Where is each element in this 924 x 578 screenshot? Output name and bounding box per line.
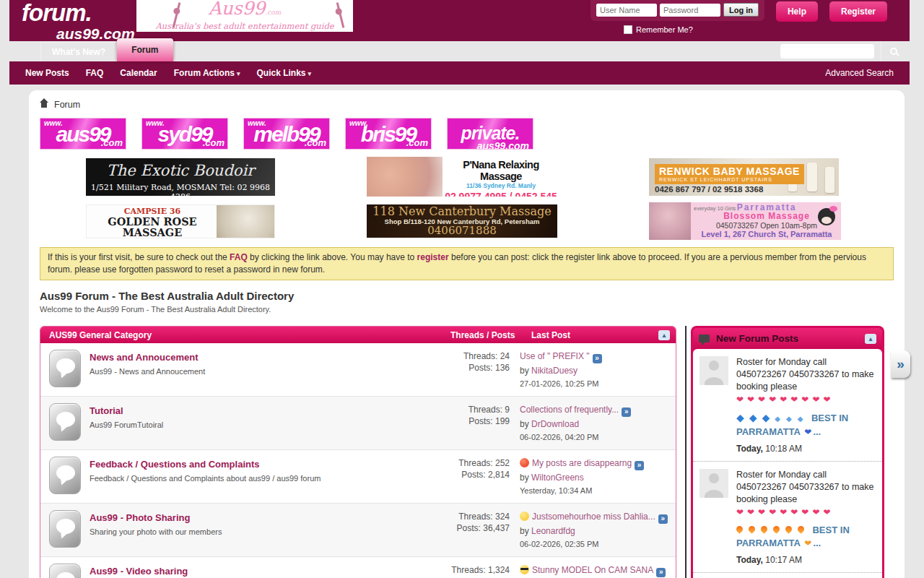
sidebar-post-item[interactable]: Roster for Monday call 0450723267 045073… <box>693 573 882 578</box>
ad-exotic-boudoir[interactable]: The Exotic Boudoir 1/521 Military Road, … <box>86 158 275 196</box>
avatar <box>699 356 728 385</box>
collapse-category-button[interactable]: ▴ <box>658 330 670 340</box>
advanced-search-link[interactable]: Advanced Search <box>825 68 894 78</box>
menu-faq[interactable]: FAQ <box>86 68 104 78</box>
search-button[interactable] <box>881 41 905 61</box>
last-post-date: 27-01-2026, 10:25 PM <box>520 378 670 389</box>
banner-bris99[interactable]: www. bris99 .com <box>345 118 432 150</box>
home-icon[interactable] <box>40 103 48 110</box>
banner-aus99[interactable]: www. aus99 .com <box>40 118 126 150</box>
register-link[interactable]: register <box>417 252 449 262</box>
last-post-user-link[interactable]: NikitaDuesy <box>531 366 578 376</box>
goto-last-post-icon[interactable]: » <box>658 514 668 524</box>
goto-last-post-icon[interactable]: » <box>635 461 644 470</box>
search-icon <box>890 48 897 55</box>
site-logo[interactable]: forum. aus99.com <box>22 1 135 41</box>
chevron-down-icon: ▾ <box>237 70 240 77</box>
last-post-title-link[interactable]: Use of " PREFIX " <box>520 351 590 361</box>
banner-melb99[interactable]: www. melb99 .com <box>243 118 330 150</box>
register-button[interactable]: Register <box>829 1 887 22</box>
goto-last-post-icon[interactable]: » <box>593 354 602 363</box>
last-post-user-link[interactable]: DrDownload <box>531 419 579 429</box>
page-subtitle: Welcome to the Aus99 Forum - The Best Au… <box>40 305 894 314</box>
posts-count: Posts: 2,814 <box>414 469 510 480</box>
last-post-title-link[interactable]: Collections of frequently... <box>520 405 619 415</box>
menu-calendar[interactable]: Calendar <box>120 68 157 78</box>
blue-heart-icon: ❤ <box>804 427 811 437</box>
last-post-title-link[interactable]: Stunny MODEL On CAM SANA <box>532 565 653 575</box>
forum-title-link[interactable]: Tutorial <box>90 405 123 416</box>
banner-private-aus99[interactable]: private. aus99.com <box>447 118 533 150</box>
posts-count: Posts: 199 <box>414 415 510 427</box>
login-button[interactable]: Log in <box>723 3 759 17</box>
double-chevron-right-icon: » <box>897 356 905 372</box>
threads-count: Threads: 1,324 <box>414 564 510 576</box>
password-field[interactable] <box>660 4 720 17</box>
small-diamond-icon: ◆ <box>786 415 792 423</box>
sidebar-post-item[interactable]: Roster for Monday call 0450723267 045073… <box>693 462 882 573</box>
smile-face-icon <box>520 512 529 521</box>
forum-title-link[interactable]: Aus99 - Video sharing <box>90 566 188 577</box>
post-date: Today, 10:17 AM <box>736 554 876 566</box>
expand-sidebar-handle[interactable]: » <box>891 350 910 378</box>
orange-heart-icon: ❤ <box>804 538 811 548</box>
threads-count: Threads: 324 <box>414 511 510 522</box>
username-field[interactable] <box>596 4 657 17</box>
flame-icon <box>747 525 757 534</box>
forum-icon <box>49 350 81 387</box>
forum-row: Feedback / Questions and Complaints Feed… <box>40 449 676 503</box>
new-forum-posts-widget: New Forum Posts ▴ Roster for Monday call… <box>691 326 884 578</box>
breadcrumb: Forum <box>40 97 894 113</box>
threads-count: Threads: 9 <box>414 404 510 415</box>
breadcrumb-forum[interactable]: Forum <box>54 100 80 110</box>
ad-golden-rose-massage[interactable]: CAMPSIE 36 GOLDEN ROSE MASSAGE 36 NORTH … <box>86 204 275 238</box>
logo-line1: forum. <box>22 1 135 25</box>
menu-new-posts[interactable]: New Posts <box>25 68 69 78</box>
banner-tagline: Australia's best adult entertainment gui… <box>136 21 353 31</box>
last-post-user-link[interactable]: WiltonGreens <box>531 473 584 483</box>
ad-grid: The Exotic Boudoir 1/521 Military Road, … <box>40 157 894 240</box>
post-date: Today, 10:18 AM <box>736 443 876 455</box>
cool-face-icon <box>520 565 529 574</box>
forum-title-link[interactable]: Aus99 - Photo Sharing <box>90 512 190 523</box>
last-post-date: Yesterday, 10:34 AM <box>520 485 670 496</box>
content-panel: Forum www. aus99 .com www. syd99 .com ww… <box>29 90 905 578</box>
threads-count: Threads: 252 <box>414 457 510 469</box>
header-banner-ad[interactable]: Aus99.com Australia's best adult enterta… <box>136 0 353 32</box>
sidebar-post-item[interactable]: Roster for Monday call 0450723267 045073… <box>693 349 882 462</box>
page: forum. aus99.com Aus99.com Australia's b… <box>9 0 910 578</box>
last-post-date: 06-02-2026, 04:20 PM <box>520 431 670 443</box>
menu-forum-actions[interactable]: Forum Actions▾ <box>174 68 240 78</box>
column-last-post: Last Post <box>523 330 658 340</box>
tab-whats-new[interactable]: What's New? <box>40 42 117 61</box>
ad-blossom-massage[interactable]: everyday 10 Girls Parramatta Blossom Mas… <box>649 202 841 240</box>
chevron-down-icon: ▾ <box>308 70 312 77</box>
forum-icon <box>49 403 81 441</box>
sidebar-title: New Forum Posts <box>716 333 798 344</box>
forum-title-link[interactable]: News and Annoucement <box>90 352 198 363</box>
tab-forum[interactable]: Forum <box>117 38 173 61</box>
last-post-title-link[interactable]: Justsomehourhoe miss Dahlia... <box>532 512 655 522</box>
forum-list: AUS99 General Category Threads / Posts L… <box>40 326 676 578</box>
banner-syd99[interactable]: www. syd99 .com <box>141 118 228 150</box>
forum-title-link[interactable]: Feedback / Questions and Complaints <box>90 459 260 470</box>
help-button[interactable]: Help <box>776 1 818 22</box>
ad-pnana-massage[interactable]: P'Nana Relaxing Massage 11/36 Sydney Rd.… <box>367 157 557 197</box>
ad-photo <box>649 202 691 240</box>
search-input[interactable] <box>780 44 874 59</box>
menu-quick-links[interactable]: Quick Links▾ <box>256 68 311 78</box>
goto-last-post-icon[interactable]: » <box>656 568 666 577</box>
sidebar-column: New Forum Posts ▴ Roster for Monday call… <box>685 326 884 578</box>
collapse-sidebar-button[interactable]: ▴ <box>865 334 876 344</box>
ad-canterbury-massage[interactable]: 118 New Canterbury Massage Shop B/118-12… <box>367 204 557 238</box>
last-post-title-link[interactable]: My posts are disappearng <box>532 458 632 468</box>
remember-me-checkbox[interactable] <box>624 25 632 34</box>
goto-last-post-icon[interactable]: » <box>622 407 631 417</box>
forum-row: News and Annoucement Aus99 - News and An… <box>40 343 676 396</box>
hearts-row: ❤❤❤❤❤❤❤❤❤ <box>736 506 876 519</box>
last-post-user-link[interactable]: Leonardfdg <box>531 526 575 536</box>
forum-icon <box>49 510 81 548</box>
faq-link[interactable]: FAQ <box>230 252 248 262</box>
ad-renwick-massage[interactable]: RENWICK BABY MASSAGE RENWICK ST LEICHHAR… <box>649 158 839 196</box>
tab-bar: What's New? Forum <box>9 41 910 61</box>
